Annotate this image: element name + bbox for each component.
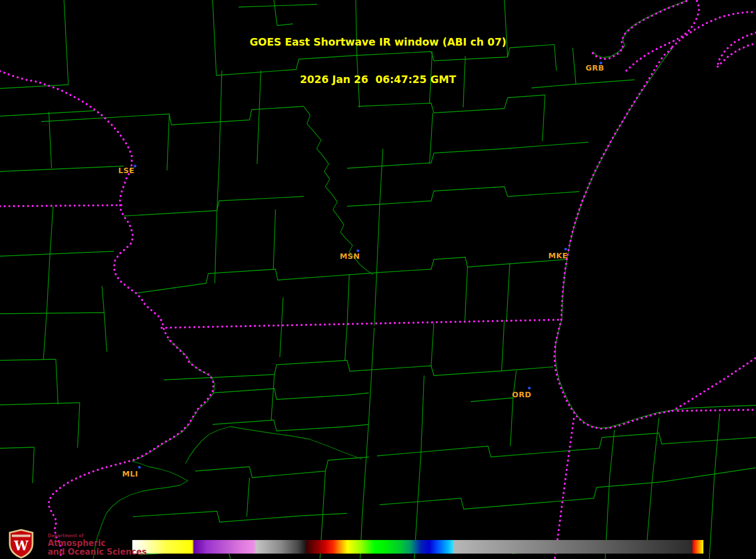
county-boundary-line <box>167 116 169 170</box>
county-boundary-line <box>380 468 755 509</box>
station-label-MKE: MKE <box>548 251 568 260</box>
county-boundary-line <box>102 286 104 313</box>
river-line <box>185 427 362 463</box>
county-boundary-line <box>709 414 720 559</box>
station-label-MSN: MSN <box>339 252 360 261</box>
county-boundary-line <box>137 257 566 293</box>
state-border-line <box>0 71 214 559</box>
state-border-line <box>554 320 672 429</box>
station-dot-ORD <box>528 387 531 390</box>
river-line <box>304 106 373 275</box>
county-boundary-line <box>347 187 579 206</box>
county-boundary-line <box>271 374 274 420</box>
station-dot-LSE <box>134 165 137 168</box>
county-boundary-line <box>56 359 58 404</box>
county-boundary-line <box>510 371 516 446</box>
county-boundary-line <box>213 420 369 431</box>
county-boundary-line <box>43 313 47 360</box>
county-boundary-line <box>430 113 433 164</box>
svg-text:W: W <box>14 538 29 554</box>
county-boundary-line <box>47 255 50 313</box>
county-boundary-line <box>50 206 53 255</box>
county-boundary-line <box>0 251 114 256</box>
county-boundary-line <box>195 457 369 478</box>
logo-dept: Department of <box>48 534 146 538</box>
logo-text: Department of Atmospheric and Oceanic Sc… <box>48 534 146 557</box>
county-boundary-line <box>133 511 347 522</box>
county-boundary-line <box>502 320 504 371</box>
title-line1: GOES East Shortwave IR window (ABI ch 07… <box>0 36 756 48</box>
station-label-LSE: LSE <box>118 166 134 175</box>
state-border-line <box>555 419 574 559</box>
county-boundary-line <box>0 359 56 360</box>
colorbar <box>132 540 703 554</box>
title-line2: 2026 Jan 26 06:47:25 GMT <box>0 73 756 86</box>
county-boundary-line <box>507 264 510 320</box>
county-boundary-line <box>124 196 304 216</box>
uw-aos-logo: W Department of Atmospheric and Oceanic … <box>4 529 146 559</box>
county-boundary-line <box>49 112 52 168</box>
county-boundary-line <box>273 209 276 269</box>
station-label-ORD: ORD <box>512 390 531 399</box>
county-boundary-line <box>377 433 756 457</box>
county-boundary-line <box>164 360 553 380</box>
county-boundary-line <box>380 149 383 206</box>
county-boundary-line <box>414 376 424 559</box>
county-boundary-line <box>347 149 504 168</box>
county-boundary-line <box>0 166 124 171</box>
county-boundary-line <box>0 447 34 448</box>
county-boundary-line <box>0 403 80 405</box>
county-boundary-line <box>104 313 107 352</box>
logo-name-line2: and Oceanic Sciences <box>48 548 146 557</box>
state-border-line <box>672 358 756 411</box>
county-boundary-line <box>0 313 104 314</box>
station-dot-MLI <box>138 466 141 469</box>
county-boundary-line <box>213 389 369 399</box>
county-boundary-line <box>431 322 434 366</box>
county-boundary-line <box>465 267 467 323</box>
county-boundary-line <box>33 447 34 483</box>
state-border-line <box>162 320 561 328</box>
county-boundary-line <box>0 111 94 116</box>
county-boundary-line <box>471 398 513 402</box>
state-border-line <box>678 410 756 411</box>
county-boundary-line <box>504 142 588 149</box>
station-dot-MKE <box>565 248 567 251</box>
county-boundary-line <box>345 325 347 360</box>
station-label-MLI: MLI <box>122 469 138 478</box>
county-boundary-line <box>78 403 80 448</box>
county-boundary-line <box>347 274 349 326</box>
county-boundary-line <box>360 328 374 559</box>
county-boundary-line <box>247 478 249 517</box>
state-border-line <box>0 205 123 206</box>
satellite-image-display: GOES East Shortwave IR window (ABI ch 07… <box>0 0 756 559</box>
station-label-GRB: GRB <box>586 63 604 72</box>
station-dot-MSN <box>357 250 360 252</box>
county-boundary-line <box>280 297 283 357</box>
image-title: GOES East Shortwave IR window (ABI ch 07… <box>0 11 756 111</box>
uw-crest-icon: W <box>4 529 38 559</box>
station-dot-GRB <box>600 62 603 65</box>
county-boundary-line <box>239 4 317 7</box>
county-boundary-line <box>374 206 380 326</box>
